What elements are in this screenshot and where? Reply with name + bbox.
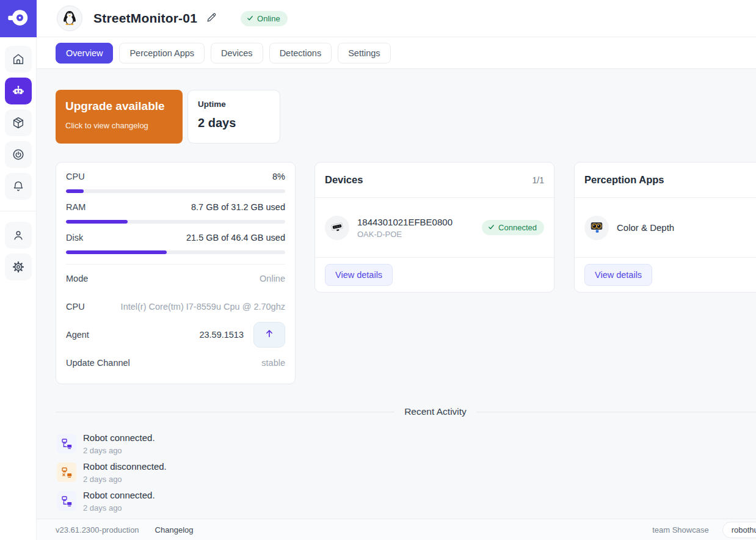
team-label: team Showcase <box>652 525 709 535</box>
network-connected-icon <box>57 491 76 511</box>
footer: v23.61.2300-production Changelog team Sh… <box>37 519 756 540</box>
disk-meter-value: 21.5 GB of 46.4 GB used <box>186 233 285 243</box>
app-logo[interactable] <box>0 0 37 37</box>
changelog-link[interactable]: Changelog <box>155 525 194 535</box>
robot-icon <box>11 84 26 98</box>
tab-detections[interactable]: Detections <box>269 43 332 64</box>
upgrade-available-banner[interactable]: Upgrade available Click to view changelo… <box>56 90 183 144</box>
mode-label: Mode <box>66 274 88 283</box>
status-label: Online <box>257 14 280 23</box>
robot-name-title: StreetMonitor-01 <box>93 11 197 26</box>
perception-apps-card: Perception Apps <box>574 162 756 293</box>
cpu-model-value: Intel(r) Core(tm) I7-8559u Cpu @ 2.70ghz <box>121 302 285 312</box>
disk-progress-bar <box>66 250 285 254</box>
sidebar-item-detections[interactable] <box>5 141 32 168</box>
sidebar-item-home[interactable] <box>5 46 32 73</box>
ram-meter-label: RAM <box>66 202 85 212</box>
devices-card-title: Devices <box>325 174 363 186</box>
activity-item: Robot connected. 2 days ago <box>57 490 484 513</box>
cpu-meter-value: 8% <box>272 172 285 181</box>
tab-overview[interactable]: Overview <box>56 43 113 64</box>
mode-row: Mode Online <box>66 265 285 293</box>
robot-overview-page: StreetMonitor-01 Online Overview Percept… <box>0 0 756 540</box>
robot-camera-app-icon <box>587 217 606 238</box>
check-icon <box>247 14 253 23</box>
tab-devices[interactable]: Devices <box>211 43 263 64</box>
robot-header: StreetMonitor-01 Online <box>37 0 756 37</box>
devices-count: 1/1 <box>532 175 544 185</box>
apps-card-title: Perception Apps <box>584 174 664 186</box>
sidebar-divider <box>0 211 37 211</box>
activity-text: Robot connected. <box>83 432 155 443</box>
sidebar <box>0 0 37 540</box>
status-badge: Online <box>241 11 288 26</box>
agent-upgrade-button[interactable] <box>253 322 285 348</box>
activity-list: Robot connected. 2 days ago Robot discon… <box>57 432 484 519</box>
activity-item: Robot disconnected. 2 days ago <box>57 461 484 484</box>
recent-activity-title: Recent Activity <box>404 406 467 417</box>
cpu-model-label: CPU <box>66 302 85 312</box>
mode-value: Online <box>260 274 285 283</box>
update-channel-label: Update Channel <box>66 358 130 368</box>
cpu-meter: CPU 8% <box>66 172 285 193</box>
sidebar-item-account[interactable] <box>5 222 32 249</box>
device-status-badge: Connected <box>482 220 544 235</box>
app-name: Color & Depth <box>617 222 674 233</box>
robot-avatar <box>57 5 82 31</box>
ram-meter-value: 8.7 GB of 31.2 GB used <box>191 202 285 212</box>
sidebar-item-settings[interactable] <box>5 254 32 280</box>
device-name: 1844301021EFBE0800 <box>357 217 453 227</box>
ram-meter: RAM 8.7 GB of 31.2 GB used <box>66 202 285 224</box>
sidebar-item-notifications[interactable] <box>5 173 32 200</box>
bell-icon <box>12 180 25 193</box>
app-row[interactable]: Color & Depth <box>575 198 756 257</box>
cpu-meter-label: CPU <box>66 172 85 181</box>
agent-row: Agent 23.59.1513 <box>66 321 285 349</box>
device-avatar <box>325 216 349 240</box>
activity-time: 2 days ago <box>83 475 167 484</box>
upgrade-title: Upgrade available <box>65 100 173 113</box>
agent-version-value: 23.59.1513 <box>199 330 244 340</box>
package-icon <box>12 116 25 130</box>
user-icon <box>12 228 25 242</box>
device-status-label: Connected <box>498 223 537 232</box>
uptime-value: 2 days <box>198 116 270 130</box>
tab-settings[interactable]: Settings <box>338 43 390 64</box>
network-connected-icon <box>57 434 76 453</box>
activity-time: 2 days ago <box>83 446 155 455</box>
network-disconnected-icon <box>57 462 76 482</box>
uptime-card: Uptime 2 days <box>187 90 280 144</box>
gear-icon <box>12 260 25 274</box>
sidebar-item-robots[interactable] <box>5 78 32 104</box>
system-stats-card: CPU 8% RAM 8.7 GB of 31.2 GB used Disk 2… <box>56 162 296 384</box>
recent-activity-divider: Recent Activity <box>56 406 756 417</box>
uptime-label: Uptime <box>198 100 270 109</box>
tab-perception-apps[interactable]: Perception Apps <box>119 43 205 64</box>
cpu-model-row: CPU Intel(r) Core(tm) I7-8559u Cpu @ 2.7… <box>66 293 285 321</box>
sidebar-item-packages[interactable] <box>5 109 32 136</box>
account-pill[interactable]: robothub <box>722 522 756 538</box>
edit-name-button[interactable] <box>206 12 217 26</box>
pencil-edit-icon <box>206 12 217 26</box>
camera-device-icon <box>328 217 346 238</box>
home-icon <box>12 53 25 66</box>
app-avatar <box>584 216 609 240</box>
agent-label: Agent <box>66 330 89 340</box>
overview-content: Upgrade available Click to view changelo… <box>37 69 756 519</box>
device-row[interactable]: 1844301021EFBE0800 OAK-D-POE Connected <box>315 198 554 257</box>
ram-progress-bar <box>66 220 285 224</box>
power-target-icon <box>12 148 25 161</box>
disk-meter: Disk 21.5 GB of 46.4 GB used <box>66 233 285 254</box>
devices-view-details-button[interactable]: View details <box>325 264 393 286</box>
app-version: v23.61.2300-production <box>56 525 139 535</box>
apps-view-details-button[interactable]: View details <box>584 264 652 286</box>
activity-text: Robot disconnected. <box>83 461 167 472</box>
tab-bar: Overview Perception Apps Devices Detecti… <box>37 37 756 69</box>
arrow-up-icon <box>264 328 275 341</box>
penguin-avatar <box>60 8 79 29</box>
upgrade-subtitle: Click to view changelog <box>65 121 173 130</box>
activity-text: Robot connected. <box>83 490 155 500</box>
lens-logo-icon <box>6 5 31 32</box>
device-model: OAK-D-POE <box>357 230 453 239</box>
disk-meter-label: Disk <box>66 233 83 243</box>
